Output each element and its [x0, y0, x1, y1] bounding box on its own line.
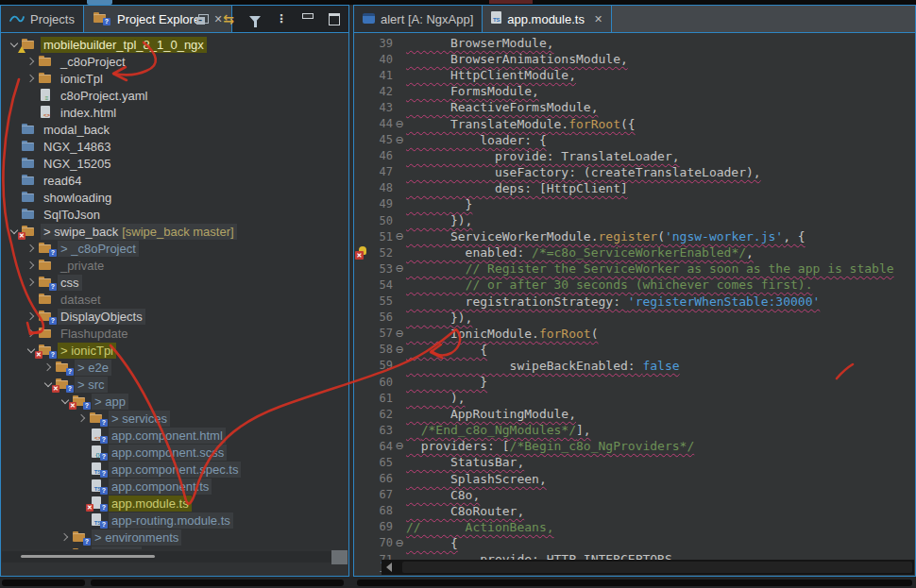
expander-closed-icon[interactable]: [25, 59, 38, 64]
fold-collapse-icon[interactable]: ⊖: [393, 537, 406, 549]
code-line-39[interactable]: 39 BrowserModule,: [355, 35, 914, 51]
tree-item-css[interactable]: ?css: [2, 274, 348, 291]
code-line-44[interactable]: 44⊖ TranslateModule.forRoot({: [355, 115, 914, 131]
fold-collapse-icon[interactable]: ⊖: [393, 118, 406, 130]
expander-closed-icon[interactable]: [42, 364, 55, 370]
tree-item-environments[interactable]: ?> environments: [2, 529, 348, 546]
code-line-65[interactable]: 65 StatusBar,: [355, 454, 914, 470]
tree-item-mobilebuilder-tpl-8-1-0-ngx[interactable]: mobilebuilder_tpl_8_1_0_ngx: [2, 36, 348, 53]
code-line-60[interactable]: 60 }: [355, 374, 914, 390]
tree-item-c8oproject-yaml[interactable]: ≡c8oProject.yaml: [2, 87, 348, 104]
tree-item-app-routing-module-ts[interactable]: TS?app-routing.module.ts: [2, 512, 348, 529]
code-line-66[interactable]: 66 SplashScreen,: [355, 471, 914, 487]
tree-item-private[interactable]: _private: [2, 257, 348, 274]
code-line-62[interactable]: 62 AppRoutingModule,: [355, 406, 914, 422]
code-line-57[interactable]: 57⊖ IonicModule.forRoot(: [355, 326, 914, 342]
code-line-64[interactable]: 64⊖ providers: [/*Begin_c8o_NgProviders*…: [355, 438, 914, 454]
tree-item-dataset[interactable]: dataset: [2, 291, 348, 308]
code-line-41[interactable]: 41 HttpClientModule,: [355, 67, 914, 83]
code-line-59[interactable]: 59 swipeBackEnabled: false: [355, 358, 914, 374]
line-number: 68: [369, 504, 393, 517]
expander-closed-icon[interactable]: [25, 262, 38, 268]
tree-item-app-module-ts[interactable]: ✕?app.module.ts: [2, 495, 348, 512]
fold-collapse-icon[interactable]: ⊖: [393, 262, 406, 275]
code-line-51[interactable]: 51⊖ ServiceWorkerModule.register('ngsw-w…: [355, 228, 914, 244]
fold-collapse-icon[interactable]: ⊖: [393, 440, 406, 452]
tree-item-app[interactable]: ✕?> app: [2, 393, 348, 410]
code-line-46[interactable]: 46 provide: TranslateLoader,: [355, 148, 914, 164]
code-line-53[interactable]: 53⊖ // Register the ServiceWorker as soo…: [355, 260, 914, 277]
tab-projects[interactable]: Projects: [1, 6, 84, 32]
expander-closed-icon[interactable]: [25, 279, 38, 285]
code-line-47[interactable]: 47 useFactory: (createTranslateLoader),: [355, 164, 914, 180]
expander-closed-icon[interactable]: [76, 415, 89, 421]
fold-collapse-icon[interactable]: ⊖: [393, 344, 406, 356]
tree-item-sqltojson[interactable]: SqlToJson: [2, 206, 348, 223]
maximize-button[interactable]: [326, 10, 343, 27]
tree-item-ngx-14863[interactable]: NGX_14863: [2, 138, 348, 155]
tree-item-e2e[interactable]: ?> e2e: [2, 359, 348, 376]
tree-horizontal-scrollbar[interactable]: [2, 551, 331, 563]
code-line-43[interactable]: 43 ReactiveFormsModule,: [355, 99, 914, 115]
code-line-42[interactable]: 42 FormsModule,: [355, 83, 914, 99]
view-menu-button[interactable]: ⋮: [273, 10, 290, 27]
code-editor[interactable]: 39 BrowserModule,40 BrowserAnimationsMod…: [355, 33, 914, 575]
tree-item-src[interactable]: ✕?> src: [2, 376, 348, 393]
tree-item-swipe-back[interactable]: ✕> swipe_back[swipe_back master]: [2, 223, 348, 240]
filter-button[interactable]: [246, 10, 263, 27]
code-line-55[interactable]: 55 registrationStrategy: 'registerWhenSt…: [355, 294, 914, 310]
tab-app-module-ts[interactable]: TSapp.module.ts✕: [483, 6, 612, 32]
code-line-52[interactable]: ✕52 enabled: /*=c8o_ServiceWorkerEnabled…: [355, 244, 914, 260]
tree-item-ionictpl[interactable]: ionicTpl: [2, 70, 348, 87]
tree-scrollbar-thumb[interactable]: [21, 555, 155, 558]
error-marker[interactable]: ✕: [355, 246, 369, 260]
tree-item-displayobjects[interactable]: ?DisplayObjects: [2, 308, 348, 325]
code-line-40[interactable]: 40 BrowserAnimationsModule,: [355, 51, 914, 67]
tab-close-icon[interactable]: ✕: [594, 13, 602, 25]
code-line-70[interactable]: 70⊖ {: [355, 535, 914, 551]
tree-item-app-component-html[interactable]: <>?app.component.html: [2, 427, 348, 444]
code-line-69[interactable]: 69// ActionBeans,: [355, 519, 914, 535]
tree-item-services[interactable]: ?> services: [2, 410, 348, 427]
tree-item-ngx-15205[interactable]: NGX_15205: [2, 155, 348, 172]
code-line-67[interactable]: 67 C8o,: [355, 487, 914, 503]
tree-item-showloading[interactable]: showloading: [2, 189, 348, 206]
link-with-editor-button[interactable]: ⇆: [220, 10, 237, 27]
tab-alert-a-ngxapp[interactable]: alert [A: NgxApp]: [354, 6, 483, 32]
editor-horizontal-scrollbar[interactable]: [382, 560, 914, 575]
tree-item-app-component-spec-ts[interactable]: TS?app.component.spec.ts: [2, 461, 348, 478]
expander-closed-icon[interactable]: [25, 313, 38, 319]
html-icon: <>?: [89, 428, 105, 442]
tree-item-ionictpl[interactable]: ✕?> ionicTpl: [2, 342, 348, 359]
tree-item-index-html[interactable]: <>index.html: [2, 104, 348, 121]
code-line-61[interactable]: 61 ),: [355, 390, 914, 406]
collapse-all-button[interactable]: [194, 10, 211, 27]
tree-item-app-component-scss[interactable]: {}?app.component.scss: [2, 444, 348, 461]
code-line-50[interactable]: 50 }),: [355, 212, 914, 228]
code-line-49[interactable]: 49 }: [355, 196, 914, 212]
fold-collapse-icon[interactable]: ⊖: [393, 328, 406, 340]
code-line-54[interactable]: 54 // or after 30 seconds (whichever com…: [355, 277, 914, 293]
code-line-63[interactable]: 63 /*End_c8o_NgModules*/],: [355, 422, 914, 438]
code-line-48[interactable]: 48 deps: [HttpClient]: [355, 180, 914, 196]
expander-closed-icon[interactable]: [25, 76, 38, 81]
scroll-left-arrow-icon[interactable]: [386, 563, 392, 572]
fold-collapse-icon[interactable]: ⊖: [393, 134, 406, 146]
tree-item-flashupdate[interactable]: Flashupdate: [2, 325, 348, 342]
expander-closed-icon[interactable]: [59, 534, 72, 540]
tree-item-c8oproject[interactable]: _c8oProject: [2, 53, 348, 70]
expander-closed-icon[interactable]: [25, 330, 38, 336]
code-line-45[interactable]: 45⊖ loader: {: [355, 132, 914, 148]
tree-item-app-component-ts[interactable]: TS?app.component.ts: [2, 478, 348, 495]
tree-item-c8oproject[interactable]: ?> _c8oProject: [2, 240, 348, 257]
tree-item-theme[interactable]: ?> theme: [2, 546, 348, 549]
code-line-56[interactable]: 56 }),: [355, 310, 914, 326]
fold-collapse-icon[interactable]: ⊖: [393, 230, 406, 243]
code-line-68[interactable]: 68 C8oRouter,: [355, 503, 914, 519]
editor-scrollbar-thumb[interactable]: [402, 562, 912, 573]
expander-closed-icon[interactable]: [25, 245, 38, 251]
tree-item-read64[interactable]: read64: [2, 172, 348, 189]
code-line-58[interactable]: 58⊖ {: [355, 342, 914, 358]
tree-item-modal-back[interactable]: modal_back: [2, 121, 348, 138]
minimize-button[interactable]: [299, 10, 316, 27]
